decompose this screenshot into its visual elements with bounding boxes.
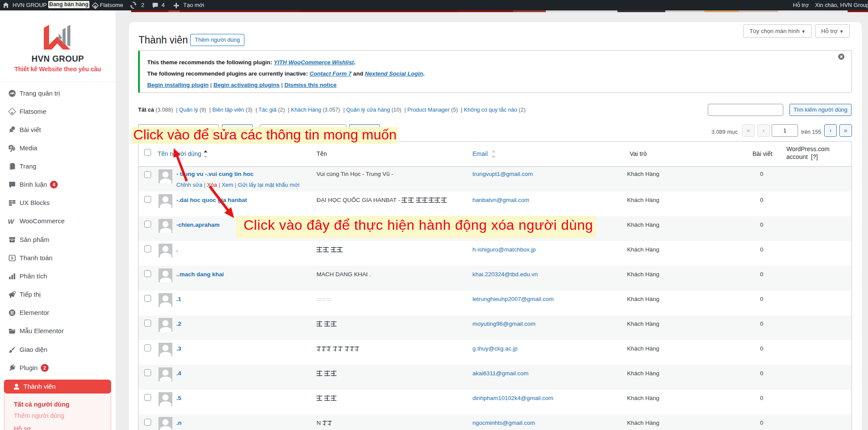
svg-text:$: $	[11, 255, 13, 260]
